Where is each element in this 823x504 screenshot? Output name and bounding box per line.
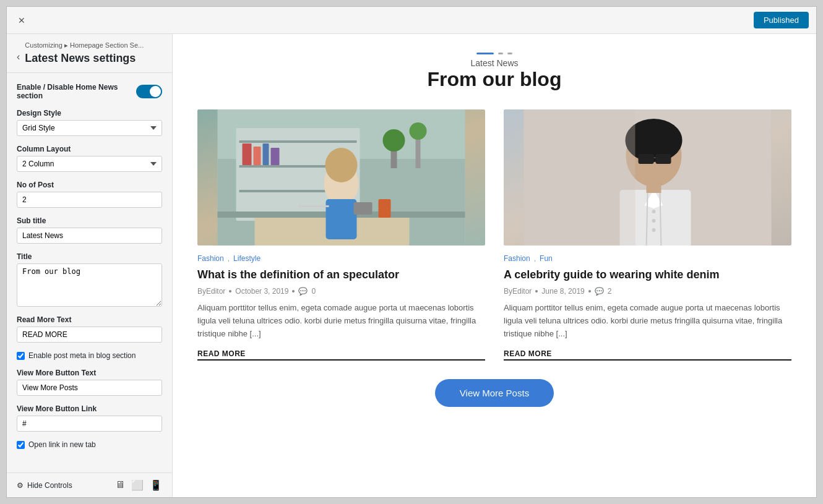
- post-meta-2: ByEditor June 8, 2019 💬 2: [504, 287, 791, 296]
- post-author-2: ByEditor: [504, 287, 532, 296]
- title-label: Title: [17, 252, 162, 261]
- view-more-wrapper: View More Posts: [197, 379, 791, 407]
- svg-point-16: [383, 129, 405, 152]
- svg-point-18: [410, 122, 427, 140]
- category-lifestyle[interactable]: Lifestyle: [233, 254, 261, 263]
- category-fashion-1[interactable]: Fashion: [197, 254, 224, 263]
- column-layout-control: Column Layout 2 Column 3 Column 4 Column: [17, 145, 162, 172]
- post-comments-1: 0: [311, 287, 316, 296]
- toggle-control: Enable / Disable Home News section: [17, 83, 162, 100]
- post-excerpt-1: Aliquam porttitor tellus enim, egeta com…: [197, 302, 485, 340]
- sidebar-header: ‹ Customizing ▸ Homepage Section Se... L…: [7, 34, 172, 73]
- read-more-link-1[interactable]: READ MORE: [197, 349, 485, 361]
- gear-icon: ⚙: [17, 481, 24, 490]
- view-more-link-control: View More Button Link: [17, 404, 162, 432]
- svg-rect-9: [271, 148, 280, 165]
- title-control: Title From our blog: [17, 252, 162, 307]
- post-title-2: A celebrity guide to wearing white denim: [504, 268, 791, 282]
- desktop-icon[interactable]: 🖥: [115, 479, 125, 491]
- toggle-switch[interactable]: [136, 85, 162, 98]
- tablet-icon[interactable]: ⬜: [131, 479, 144, 491]
- svg-rect-20: [354, 202, 373, 215]
- view-more-link-input[interactable]: [17, 416, 162, 432]
- hide-controls-button[interactable]: ⚙ Hide Controls: [17, 481, 72, 490]
- section-title: From our blog: [197, 68, 791, 91]
- view-more-text-control: View More Button Text: [17, 369, 162, 396]
- back-button[interactable]: ‹: [17, 51, 20, 62]
- open-new-tab-label: Open link in new tab: [28, 440, 96, 449]
- read-more-control: Read More Text: [17, 315, 162, 343]
- post-card-2: Fashion , Fun A celebrity guide to weari…: [504, 109, 791, 361]
- svg-rect-26: [639, 154, 654, 164]
- title-textarea[interactable]: From our blog: [17, 263, 162, 307]
- post-image-1-svg: [197, 109, 485, 246]
- enable-meta-checkbox[interactable]: [17, 352, 25, 360]
- read-more-input[interactable]: [17, 327, 162, 343]
- toggle-label: Enable / Disable Home News section: [17, 83, 136, 100]
- post-image-2: [504, 109, 791, 246]
- svg-rect-27: [656, 154, 671, 164]
- comment-icon-2: 💬: [595, 287, 604, 296]
- subtitle-decoration: [197, 53, 791, 54]
- svg-rect-7: [254, 147, 261, 165]
- view-more-link-label: View More Button Link: [17, 404, 162, 413]
- section-header: Latest News From our blog: [197, 53, 791, 91]
- category-fun[interactable]: Fun: [540, 254, 553, 263]
- section-subtitle: Latest News: [197, 58, 791, 68]
- mobile-icon[interactable]: 📱: [150, 479, 162, 491]
- post-meta-1: ByEditor October 3, 2019 💬 0: [197, 287, 485, 296]
- main-frame: ✕ Published ‹ Customizing ▸ Homepage Sec…: [6, 6, 817, 498]
- svg-point-33: [652, 210, 656, 213]
- post-categories-1: Fashion , Lifestyle: [197, 254, 485, 263]
- gray-dash-1: [498, 53, 503, 54]
- footer-icons: 🖥 ⬜ 📱: [115, 479, 162, 491]
- subtitle-input[interactable]: [17, 228, 162, 244]
- close-button[interactable]: ✕: [14, 13, 29, 28]
- open-new-tab-checkbox[interactable]: [17, 441, 25, 449]
- view-more-text-input[interactable]: [17, 380, 162, 396]
- enable-meta-label: Enable post meta in blog section: [28, 351, 136, 360]
- sidebar-content: Enable / Disable Home News section Desig…: [7, 73, 172, 472]
- no-of-post-input[interactable]: [17, 192, 162, 208]
- breadcrumb: Customizing ▸ Homepage Section Se...: [25, 41, 144, 49]
- no-of-post-control: No of Post: [17, 181, 162, 208]
- svg-rect-36: [647, 181, 661, 193]
- svg-rect-6: [243, 143, 252, 165]
- view-more-text-label: View More Button Text: [17, 369, 162, 377]
- design-style-control: Design Style Grid Style List Style Mason…: [17, 109, 162, 136]
- view-more-button[interactable]: View More Posts: [435, 379, 554, 407]
- svg-point-14: [325, 148, 358, 182]
- open-new-tab-control: Open link in new tab: [17, 440, 162, 449]
- read-more-link-2[interactable]: READ MORE: [504, 349, 791, 361]
- hide-controls-label: Hide Controls: [27, 481, 72, 490]
- post-card-1: Fashion , Lifestyle What is the definiti…: [197, 109, 485, 361]
- post-title-1: What is the definition of an speculator: [197, 268, 485, 282]
- category-fashion-2[interactable]: Fashion: [504, 254, 530, 263]
- gray-dash-2: [507, 53, 512, 54]
- post-date-1: October 3, 2019: [235, 287, 288, 296]
- sidebar-header-text: Customizing ▸ Homepage Section Se... Lat…: [25, 41, 144, 65]
- svg-point-35: [652, 228, 656, 232]
- column-layout-select[interactable]: 2 Column 3 Column 4 Column: [17, 156, 162, 172]
- svg-rect-8: [263, 143, 269, 165]
- sidebar-title: Latest News settings: [25, 52, 144, 65]
- svg-rect-13: [326, 199, 357, 239]
- subtitle-control: Sub title: [17, 216, 162, 244]
- post-excerpt-2: Aliquam porttitor tellus enim, egeta com…: [504, 302, 791, 340]
- comment-icon-1: 💬: [298, 287, 308, 296]
- enable-meta-control: Enable post meta in blog section: [17, 351, 162, 360]
- published-button[interactable]: Published: [754, 12, 809, 28]
- read-more-label: Read More Text: [17, 315, 162, 324]
- preview-area: Latest News From our blog: [173, 34, 816, 497]
- svg-rect-21: [379, 199, 391, 218]
- sidebar-footer: ⚙ Hide Controls 🖥 ⬜ 📱: [7, 472, 172, 497]
- design-style-select[interactable]: Grid Style List Style Masonry Style: [17, 120, 162, 136]
- post-image-2-svg: [504, 109, 791, 246]
- blue-dash: [476, 53, 494, 54]
- design-style-label: Design Style: [17, 109, 162, 117]
- post-image-1: [197, 109, 485, 246]
- top-bar: ✕ Published: [7, 7, 816, 34]
- post-author-1: ByEditor: [197, 287, 225, 296]
- svg-rect-37: [524, 109, 636, 246]
- subtitle-label: Sub title: [17, 216, 162, 225]
